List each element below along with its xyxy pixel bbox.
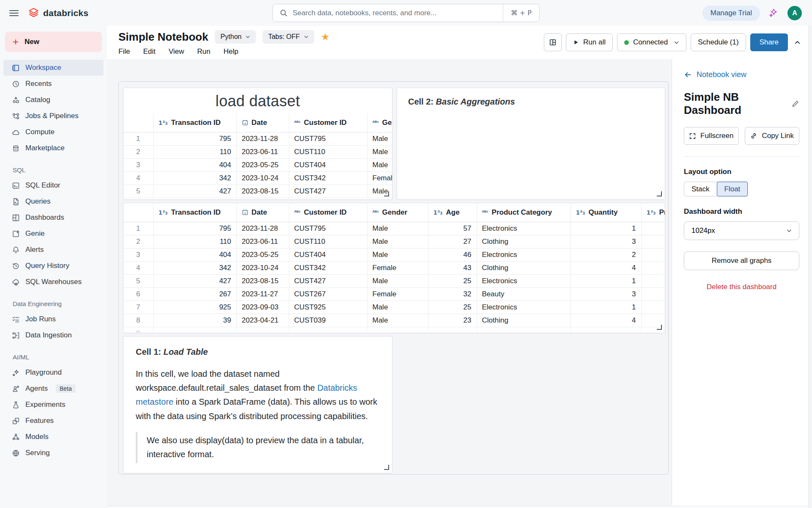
column-header-transaction-id[interactable]: 1²₃Transaction ID [153, 203, 236, 222]
resize-handle[interactable] [384, 191, 389, 196]
manage-trial-button[interactable]: Manage Trial [702, 6, 760, 21]
layout-float-option[interactable]: Float [717, 182, 748, 196]
sidebar-item-models[interactable]: Models [3, 429, 104, 445]
column-header-customer-id[interactable]: ᴬᴮᶜCustomer ID [289, 203, 367, 222]
table-cell [641, 248, 665, 261]
sql-warehouses-icon [12, 278, 20, 286]
menu-view[interactable]: View [169, 47, 184, 56]
sidebar-item-features[interactable]: Features [3, 413, 104, 429]
column-header-transaction-id[interactable]: 1²₃Transaction ID [153, 113, 236, 132]
sidebar-item-workspace[interactable]: Workspace [3, 60, 104, 76]
dashboard-width-select[interactable]: 1024px [684, 221, 799, 240]
column-header-quantity[interactable]: 1²₃Quantity [571, 203, 641, 222]
beta-badge: Beta [56, 384, 76, 393]
column-header-product-category[interactable]: ᴬᴮᶜProduct Category [477, 203, 571, 222]
widget-cell2-markdown[interactable]: Cell 2: Basic Aggregations [397, 88, 665, 200]
plus-icon: + [13, 37, 19, 47]
fullscreen-button[interactable]: Fullscreen [684, 127, 739, 145]
resize-handle[interactable] [657, 325, 662, 330]
cluster-connected-button[interactable]: Connected [617, 33, 686, 51]
sidebar-item-agents[interactable]: AgentsBeta [3, 381, 104, 397]
table-cell: 25 [428, 301, 477, 314]
string-type-icon: ᴬᴮᶜ [373, 120, 379, 126]
user-avatar[interactable]: A [787, 6, 802, 20]
sidebar-item-experiments[interactable]: Experiments [3, 397, 104, 413]
edit-pencil-icon[interactable] [791, 100, 799, 108]
sidebar-item-sql-editor[interactable]: SQL Editor [3, 177, 104, 193]
global-search[interactable]: ⌘ + P [272, 4, 540, 22]
sidebar-item-label: Workspace [25, 64, 61, 72]
sidebar-item-dashboards[interactable]: Dashboards [3, 210, 104, 226]
sidebar-item-genie[interactable]: Genie [3, 226, 104, 242]
new-button[interactable]: + New [5, 32, 102, 52]
table-cell: 2023-06-11 [236, 235, 289, 248]
remove-all-graphs-button[interactable]: Remove all graphs [684, 251, 799, 270]
menu-icon[interactable] [9, 10, 19, 16]
layout-stack-option[interactable]: Stack [684, 182, 717, 196]
table-cell: 1 [571, 222, 641, 235]
sidebar-item-query-history[interactable]: Query History [3, 258, 104, 274]
table-cell: Female [367, 287, 428, 301]
layout-grid-icon [549, 39, 557, 46]
widget-data-table[interactable]: 1²₃Transaction IDDateᴬᴮᶜCustomer IDᴬᴮᶜGe… [123, 203, 665, 333]
table-cell: Male [367, 158, 392, 171]
table-cell: 2023-04-21 [236, 314, 289, 327]
table-cell: 2023-11-28 [236, 222, 289, 235]
language-selector[interactable]: Python [215, 30, 256, 44]
resize-handle[interactable] [657, 191, 662, 196]
run-all-button[interactable]: Run all [566, 33, 613, 51]
schedule-button[interactable]: Schedule (1) [691, 33, 746, 51]
sidebar-item-jobs-pipelines[interactable]: Jobs & Pipelines [3, 108, 104, 124]
table-cell: CUST404 [289, 158, 367, 171]
sidebar-item-playground[interactable]: Playground [3, 364, 104, 381]
menu-file[interactable]: File [118, 47, 130, 56]
column-header-age[interactable]: 1²₃Age [428, 203, 477, 222]
sidebar-item-catalog[interactable]: Catalog [3, 92, 104, 108]
favorite-star-icon[interactable]: ★ [321, 32, 330, 42]
table-cell [153, 327, 236, 333]
table-cell: CUST110 [289, 145, 367, 158]
share-button[interactable]: Share [750, 33, 788, 51]
column-header-date[interactable]: Date [236, 113, 289, 132]
tabs-toggle[interactable]: Tabs: OFF [263, 30, 314, 44]
copy-link-button[interactable]: Copy Link [745, 127, 800, 145]
widget-load-dataset-table[interactable]: load dataset 1²₃Transaction IDDateᴬᴮᶜCus… [123, 88, 392, 200]
row-index: 4 [123, 261, 153, 274]
sidebar-item-queries[interactable]: Queries [3, 193, 104, 210]
column-header-gender[interactable]: ᴬᴮᶜGender [367, 113, 392, 132]
sidebar-item-recents[interactable]: Recents [3, 76, 104, 92]
table-cell: 25 [428, 274, 477, 287]
assistant-sparkle-icon[interactable] [768, 8, 779, 18]
table-cell: 110 [153, 145, 236, 158]
collapse-header-button[interactable] [792, 37, 803, 48]
resize-handle[interactable] [384, 465, 389, 470]
chevron-down-icon [245, 34, 250, 39]
column-header-customer-id[interactable]: ᴬᴮᶜCustomer ID [289, 113, 367, 132]
data-ingestion-icon [12, 331, 20, 340]
table-cell [367, 327, 428, 333]
menu-run[interactable]: Run [197, 47, 210, 56]
scrollbar-track[interactable] [808, 26, 812, 508]
column-header-gender[interactable]: ᴬᴮᶜGender [367, 203, 428, 222]
row-index: 4 [123, 171, 153, 185]
sidebar-item-marketplace[interactable]: Marketplace [3, 140, 104, 156]
delete-dashboard-link[interactable]: Delete this dashboard [684, 283, 799, 291]
sidebar-item-compute[interactable]: Compute [3, 124, 104, 140]
sidebar-item-data-ingestion[interactable]: Data Ingestion [3, 327, 104, 343]
column-header-price[interactable]: 1²₃Price [641, 203, 665, 222]
table-cell: CUST342 [289, 261, 367, 274]
menu-edit[interactable]: Edit [143, 47, 155, 56]
layout-view-button[interactable] [544, 33, 562, 51]
sidebar-item-alerts[interactable]: Alerts [3, 242, 104, 258]
search-input[interactable] [293, 9, 503, 17]
widget-cell1-markdown[interactable]: Cell 1: Load Table In this cell, we load… [123, 336, 392, 473]
table-cell: Clothing [477, 314, 571, 327]
table-cell: CUST039 [289, 314, 367, 327]
sidebar-item-job-runs[interactable]: Job Runs [3, 311, 104, 327]
column-header-date[interactable]: Date [236, 203, 289, 222]
sidebar-item-serving[interactable]: Serving [3, 445, 104, 461]
notebook-view-back-link[interactable]: Notebook view [684, 70, 799, 79]
table-cell: Electronics [477, 274, 571, 287]
menu-help[interactable]: Help [223, 47, 238, 56]
sidebar-item-sql-warehouses[interactable]: SQL Warehouses [3, 274, 104, 290]
